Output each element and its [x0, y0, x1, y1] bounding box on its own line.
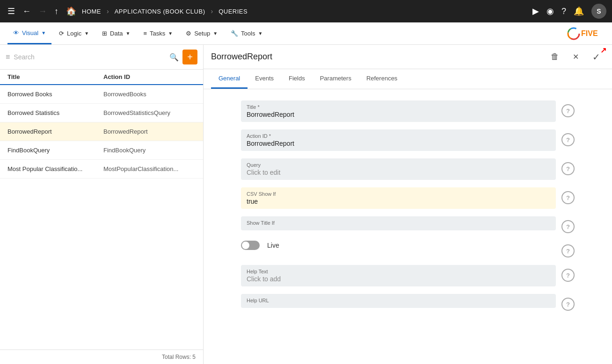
title-row: Title * BorrowedReport ?: [241, 100, 575, 122]
logic-icon: ⟳: [59, 30, 64, 37]
filter-icon: ≡: [6, 53, 10, 61]
logic-chevron: ▼: [84, 31, 89, 36]
title-help-icon[interactable]: ?: [561, 104, 575, 117]
tools-icon: 🔧: [231, 30, 238, 37]
csv-show-if-field[interactable]: CSV Show If true: [241, 187, 556, 209]
row-action: FindBookQuery: [100, 147, 196, 154]
csv-show-if-label: CSV Show If: [247, 191, 550, 197]
tab-fields[interactable]: Fields: [281, 69, 313, 89]
top-nav-right: ▶ ◉ ? 🔔 S: [532, 4, 606, 19]
query-row: Query Click to edit ?: [241, 158, 575, 180]
eye-icon: 👁: [13, 29, 19, 36]
five-logo: FIVE: [567, 27, 605, 40]
hamburger-icon[interactable]: ☰: [6, 4, 17, 18]
up-icon[interactable]: ↑: [52, 5, 60, 18]
tasks-icon: ≡: [143, 30, 147, 37]
tabs-bar: General Events Fields Parameters Referen…: [204, 69, 612, 89]
table-row[interactable]: Borrowed Books BorrowedBooks: [0, 85, 203, 104]
tab-events[interactable]: Events: [248, 69, 281, 89]
action-id-field[interactable]: Action ID * BorrowedReport: [241, 129, 556, 151]
forward-icon[interactable]: →: [36, 5, 49, 18]
form-title: BorrowedReport: [211, 52, 543, 62]
play-icon[interactable]: ▶: [532, 6, 539, 16]
add-button[interactable]: +: [182, 50, 197, 64]
nav-tasks-label: Tasks: [150, 30, 165, 37]
live-toggle-container: Live: [241, 241, 556, 250]
form-content: Title * BorrowedReport ? Action ID * Bor…: [204, 89, 612, 364]
help-url-row: Help URL ?: [241, 294, 575, 311]
close-button[interactable]: ✕: [567, 49, 584, 65]
right-panel: BorrowedReport 🗑 ✕ ✓ ↗ General Events Fi…: [204, 45, 612, 364]
help-circle-icon[interactable]: ?: [561, 7, 566, 16]
breadcrumb-queries[interactable]: QUERIES: [219, 8, 248, 15]
save-button[interactable]: ✓ ↗: [588, 49, 605, 65]
search-icon[interactable]: 🔍: [169, 53, 179, 62]
nav-data[interactable]: ⊞ Data ▼: [96, 22, 136, 44]
query-field[interactable]: Query Click to edit: [241, 158, 556, 180]
red-arrow-indicator: ↗: [600, 46, 606, 55]
setup-icon: ⚙: [186, 30, 191, 37]
avatar[interactable]: S: [591, 4, 606, 19]
back-icon[interactable]: ←: [21, 5, 33, 18]
title-field[interactable]: Title * BorrowedReport: [241, 100, 556, 122]
home-icon[interactable]: 🏠: [64, 4, 78, 18]
table-row[interactable]: Borrowed Statistics BorrowedStatisticsQu…: [0, 104, 203, 122]
nav-data-label: Data: [110, 30, 123, 37]
action-id-help-icon[interactable]: ?: [561, 133, 575, 146]
nav-tools[interactable]: 🔧 Tools ▼: [225, 22, 268, 44]
help-text-field[interactable]: Help Text Click to add: [241, 265, 556, 286]
nav-visual[interactable]: 👁 Visual ▼: [7, 22, 51, 44]
media-icon[interactable]: ◉: [546, 6, 554, 16]
show-title-row: Show Title If ?: [241, 216, 575, 233]
row-title: Borrowed Books: [7, 91, 100, 98]
header-actions: 🗑 ✕ ✓ ↗: [546, 49, 605, 65]
help-text-help-icon[interactable]: ?: [561, 269, 575, 282]
tab-parameters[interactable]: Parameters: [313, 69, 359, 89]
table-body: Borrowed Books BorrowedBooks Borrowed St…: [0, 85, 203, 350]
top-nav: ☰ ← → ↑ 🏠 HOME › APPLICATIONS (BOOK CLUB…: [0, 0, 612, 22]
row-action: BorrowedStatisticsQuery: [100, 109, 196, 116]
nav-setup[interactable]: ⚙ Setup ▼: [180, 22, 223, 44]
live-label: Live: [267, 242, 556, 249]
help-text-row: Help Text Click to add ?: [241, 265, 575, 286]
table-row[interactable]: FindBookQuery FindBookQuery: [0, 141, 203, 160]
bell-icon[interactable]: 🔔: [574, 6, 584, 16]
table-row-active[interactable]: BorrowedReport BorrowedReport: [0, 122, 203, 141]
close-icon: ✕: [573, 52, 579, 61]
search-input[interactable]: [14, 53, 166, 61]
setup-chevron: ▼: [213, 31, 218, 36]
row-action: MostPopularClassification...: [100, 165, 196, 172]
breadcrumb-home[interactable]: HOME: [82, 8, 101, 15]
tab-references[interactable]: References: [359, 69, 405, 89]
help-url-field[interactable]: Help URL: [241, 294, 556, 308]
table-row[interactable]: Most Popular Classificatio... MostPopula…: [0, 160, 203, 178]
nav-logic[interactable]: ⟳ Logic ▼: [53, 22, 95, 44]
data-icon: ⊞: [102, 30, 107, 37]
row-title: Most Popular Classificatio...: [7, 165, 100, 172]
total-rows-label: Total Rows: 5: [162, 354, 196, 360]
nav-tasks[interactable]: ≡ Tasks ▼: [138, 22, 178, 44]
row-title: FindBookQuery: [7, 147, 100, 154]
live-help-icon[interactable]: ?: [561, 244, 575, 257]
help-text-label: Help Text: [247, 269, 550, 274]
action-id-value: BorrowedReport: [247, 140, 550, 147]
tab-general[interactable]: General: [211, 69, 248, 89]
csv-show-if-help-icon[interactable]: ?: [561, 191, 575, 204]
help-url-help-icon[interactable]: ?: [561, 298, 575, 311]
main-layout: ≡ 🔍 + Title Action ID Borrowed Books Bor…: [0, 45, 612, 364]
col-action-header: Action ID: [100, 73, 196, 80]
title-field-label: Title *: [247, 104, 550, 110]
breadcrumb-app[interactable]: APPLICATIONS (BOOK CLUB): [115, 8, 205, 15]
query-help-icon[interactable]: ?: [561, 162, 575, 175]
tools-chevron: ▼: [258, 31, 262, 36]
show-title-field[interactable]: Show Title If: [241, 216, 556, 230]
query-label: Query: [247, 162, 550, 168]
delete-button[interactable]: 🗑: [546, 49, 563, 65]
row-title: BorrowedReport: [7, 128, 100, 135]
nav-setup-label: Setup: [194, 30, 210, 37]
trash-icon: 🗑: [551, 52, 559, 62]
sep2: ›: [211, 7, 213, 15]
live-toggle[interactable]: [241, 241, 260, 250]
show-title-help-icon[interactable]: ?: [561, 220, 575, 233]
row-title: Borrowed Statistics: [7, 109, 100, 116]
